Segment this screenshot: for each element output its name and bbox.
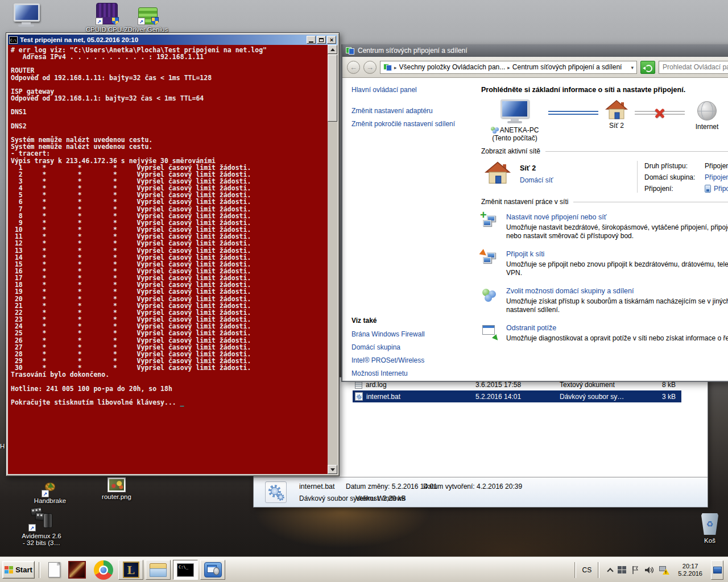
details-created-value: 4.2.2016 20:39 — [477, 483, 522, 490]
taskbar-button-network-center[interactable] — [200, 560, 225, 580]
windows-flag-icon — [5, 566, 13, 573]
file-type: Dávkový soubor sy… — [560, 393, 646, 401]
folder-icon — [150, 563, 167, 577]
quicklaunch-game-icon[interactable] — [68, 561, 86, 579]
task-title-link[interactable]: Připojit k síti — [506, 250, 728, 258]
troubleshoot-icon — [481, 324, 498, 339]
task-title-link[interactable]: Odstranit potíže — [506, 324, 728, 332]
lan-connection-icon — [705, 185, 711, 193]
details-file-name: internet.bat — [299, 483, 335, 490]
quicklaunch-document-icon[interactable] — [48, 562, 60, 577]
connection-link[interactable]: Připojení k — [714, 185, 728, 193]
forward-button[interactable] — [363, 61, 377, 74]
taskbar-clock[interactable]: 20:17 5.2.2016 — [675, 563, 706, 577]
red-x-icon — [653, 107, 666, 119]
cmd-icon — [9, 36, 18, 44]
back-button[interactable] — [347, 61, 360, 74]
network-center-main: Prohlédněte si základní informace o síti… — [466, 78, 728, 381]
sidebar-item-adapter-settings[interactable]: Změnit nastavení adaptéru — [351, 107, 466, 115]
details-size-label: Velikost: — [355, 494, 381, 502]
speaker-icon[interactable] — [644, 566, 654, 575]
desktop-icon-computer[interactable] — [14, 3, 42, 27]
sidebar-item-homegroup[interactable]: Domácí skupina — [351, 343, 425, 351]
desktop-icon-recycle-bin[interactable]: Koš — [695, 513, 725, 544]
task-description-line: Umožňuje nastavit bezdrátové, širokopásm… — [506, 223, 728, 232]
house-icon — [485, 161, 511, 185]
search-input[interactable] — [659, 61, 728, 74]
connection-line-broken — [635, 111, 685, 115]
windows-update-tray-icon[interactable] — [618, 566, 626, 573]
desktop-icon-avidemux[interactable]: Avidemux 2.6 - 32 bits (3… — [5, 508, 78, 546]
network-center-window: Centrum síťových připojení a sdílení Vše… — [341, 44, 728, 382]
sidebar-item-internet-options[interactable]: Možnosti Internetu — [351, 369, 425, 377]
taskbar-button-explorer[interactable] — [146, 560, 171, 580]
avidemux-icon — [30, 508, 53, 530]
homegroup-status-link[interactable]: Připojeno — [705, 173, 728, 181]
show-desktop-button[interactable] — [711, 560, 723, 580]
shortcut-arrow-icon — [138, 18, 145, 25]
sidebar-item-firewall[interactable]: Brána Windows Firewall — [351, 330, 425, 338]
chevron-down-icon[interactable] — [631, 63, 634, 71]
terminal-scrollbar[interactable] — [328, 45, 337, 474]
map-computer[interactable]: ANETKA-PC (Tento počítač) — [481, 99, 548, 142]
action-center-flag-icon[interactable] — [631, 566, 639, 575]
task-description-line: nebo nastavit směrovač či přístupový bod… — [506, 232, 728, 240]
map-network[interactable]: Síť 2 — [598, 99, 635, 130]
terminal-window: Test pripojeni na net, 05.02.2016 20:10 … — [6, 32, 340, 476]
language-indicator[interactable]: CS — [580, 565, 594, 575]
quicklaunch-chrome-icon[interactable] — [94, 560, 113, 580]
handbrake-icon — [43, 483, 57, 496]
house-icon — [605, 99, 628, 120]
file-name: internet.bat — [366, 393, 400, 401]
clock-time: 20:17 — [678, 563, 702, 570]
file-row-selected[interactable]: internet.bat 5.2.2016 14:01 Dávkový soub… — [353, 390, 681, 402]
scroll-down-button[interactable] — [328, 465, 337, 474]
desktop-icon-handbrake[interactable]: Handbrake — [28, 478, 72, 504]
tray-divider — [598, 562, 599, 578]
task-description-line: nastavení sdílení. — [506, 306, 728, 314]
task-title-link[interactable]: Nastavit nové připojení nebo síť — [506, 213, 728, 221]
computer-icon — [499, 99, 530, 124]
task-title-link[interactable]: Zvolit možnosti domácí skupiny a sdílení — [506, 287, 728, 295]
desktop-icon-router-png[interactable]: router.png — [88, 477, 145, 500]
uac-shield-icon — [111, 17, 119, 25]
scroll-up-button[interactable] — [328, 45, 337, 54]
active-network-item: Síť 2 Domácí síť Druh přístupu: Připojen… — [481, 161, 728, 193]
file-size: 3 kB — [646, 393, 676, 401]
network-center-titlebar[interactable]: Centrum síťových připojení a sdílení — [342, 44, 728, 57]
terminal-titlebar[interactable]: Test pripojeni na net, 05.02.2016 20:10 — [8, 35, 337, 45]
breadcrumb-current[interactable]: Centrum síťových připojení a sdílení — [512, 63, 622, 71]
globe-icon — [697, 101, 717, 120]
start-button[interactable]: Start — [2, 561, 35, 579]
breadcrumb[interactable]: Všechny položky Ovládacích pan... Centru… — [380, 61, 637, 74]
batch-file-icon — [355, 392, 363, 401]
minimize-button[interactable] — [307, 36, 316, 44]
task-troubleshoot: Odstranit potíže Umožňuje diagnostikovat… — [481, 324, 728, 343]
access-type-value: Připojení k dispozici — [705, 162, 728, 170]
task-description-line: Umožňuje se připojit nebo znovu připojit… — [506, 260, 728, 269]
sidebar-item-sharing-settings[interactable]: Změnit pokročilé nastavení sdílení — [351, 120, 466, 128]
show-hidden-icons-chevron[interactable] — [607, 568, 614, 574]
recycle-bin-icon — [701, 513, 718, 535]
close-button[interactable] — [327, 36, 336, 44]
breadcrumb-root[interactable]: Všechny položky Ovládacích pan... — [399, 63, 506, 71]
sidebar-item-home[interactable]: Hlavní ovládací panel — [351, 86, 466, 94]
see-also-section: Viz také Brána Windows Firewall Domácí s… — [351, 317, 425, 383]
new-connection-icon — [481, 213, 498, 228]
desktop-icon-driver-genius[interactable]: Driver Genius — [126, 7, 169, 33]
sidebar-item-intel-proset[interactable]: Intel® PROSet/Wireless — [351, 356, 425, 364]
refresh-button[interactable] — [640, 61, 655, 74]
network-status-warning-icon[interactable] — [659, 566, 669, 575]
desktop-icon-cpuz[interactable]: CPUID CPU-Z — [84, 3, 130, 33]
task-connect-to-network: Připojit k síti Umožňuje se připojit neb… — [481, 250, 728, 277]
network-type-link[interactable]: Domácí síť — [520, 176, 553, 184]
address-bar: Všechny položky Ovládacích pan... Centru… — [342, 57, 728, 78]
map-internet[interactable]: Internet — [686, 99, 728, 131]
details-created-label: Datum vytvoření: — [423, 483, 475, 490]
scrollbar-thumb[interactable] — [328, 55, 337, 122]
maximize-button[interactable] — [317, 36, 326, 44]
taskbar-button-league-of-legends[interactable] — [118, 560, 143, 580]
terminal-output-area[interactable]: # err_log viz: "C:\Users\Anetka\Plocha\T… — [8, 45, 328, 474]
desktop-icon-label: Koš — [695, 537, 725, 544]
taskbar-button-terminal-active[interactable] — [173, 560, 198, 580]
